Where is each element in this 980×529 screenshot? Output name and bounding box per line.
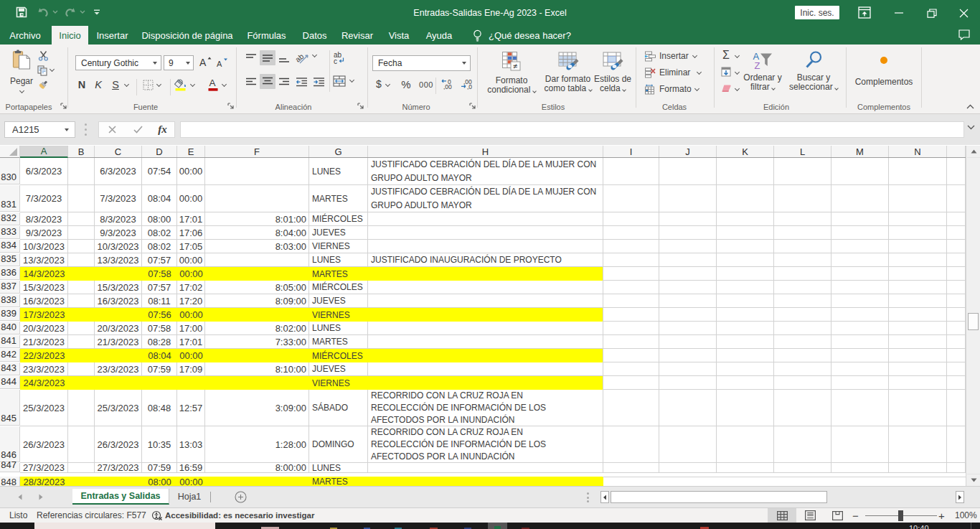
row-header-844[interactable]: 844 xyxy=(0,376,20,389)
minimize-button[interactable] xyxy=(882,0,915,26)
cell-K831[interactable] xyxy=(717,185,774,212)
cell-K835[interactable] xyxy=(717,253,774,267)
cell-O843[interactable] xyxy=(947,362,966,376)
cell-A848[interactable]: 28/3/2023 xyxy=(20,477,68,486)
cell-N840[interactable] xyxy=(889,322,947,335)
scroll-down-icon[interactable] xyxy=(967,474,980,486)
cell-M838[interactable] xyxy=(831,294,889,308)
cell-B831[interactable] xyxy=(68,185,95,212)
new-sheet-icon[interactable] xyxy=(235,491,247,503)
cell-G838[interactable]: JUEVES xyxy=(309,294,368,308)
column-header-K[interactable]: K xyxy=(717,146,774,157)
column-header-D[interactable]: D xyxy=(142,146,177,157)
format-cells-icon[interactable] xyxy=(644,84,656,94)
cell-L846[interactable] xyxy=(774,426,831,463)
cell-O847[interactable] xyxy=(947,463,966,473)
font-color-dropdown-icon[interactable] xyxy=(222,83,226,86)
row-header-834[interactable]: 834 xyxy=(0,240,20,253)
cell-J835[interactable] xyxy=(659,253,717,267)
zoom-out-icon[interactable]: − xyxy=(852,508,859,523)
cell-L831[interactable] xyxy=(774,185,831,212)
cell-N841[interactable] xyxy=(889,335,947,349)
cell-E846[interactable]: 13:03 xyxy=(177,426,205,463)
underline-button[interactable]: S xyxy=(110,78,121,91)
cell-N842[interactable] xyxy=(889,349,947,362)
cell-A845[interactable]: 25/3/2023 xyxy=(20,390,68,426)
find-select-button[interactable]: Buscar yseleccionar xyxy=(783,51,844,92)
cell-C841[interactable]: 21/3/2023 xyxy=(95,335,142,349)
cell-I841[interactable] xyxy=(603,335,659,349)
row-header-831[interactable]: 831 xyxy=(0,185,20,212)
cell-H833[interactable] xyxy=(368,226,603,240)
column-header-partial[interactable] xyxy=(947,146,966,157)
cell-B845[interactable] xyxy=(68,390,95,426)
cell-B843[interactable] xyxy=(68,362,95,376)
column-header-N[interactable]: N xyxy=(889,146,947,157)
enter-icon[interactable] xyxy=(125,126,151,134)
cell-L834[interactable] xyxy=(774,240,831,253)
cell-M834[interactable] xyxy=(831,240,889,253)
cell-F841[interactable]: 7:33:00 xyxy=(205,335,309,349)
cell-H838[interactable] xyxy=(368,294,603,308)
cell-M847[interactable] xyxy=(831,463,889,473)
cell-B840[interactable] xyxy=(68,322,95,335)
cell-L830[interactable] xyxy=(774,158,831,185)
format-cells-label[interactable]: Formato xyxy=(659,83,692,95)
clear-dropdown-icon[interactable] xyxy=(735,87,739,90)
cell-B838[interactable] xyxy=(68,294,95,308)
hscroll-left-icon[interactable] xyxy=(600,491,609,503)
cell-H842[interactable] xyxy=(368,349,603,362)
cell-B837[interactable] xyxy=(68,281,95,294)
align-top-icon[interactable] xyxy=(244,52,258,65)
ribbon-display-options-icon[interactable] xyxy=(858,6,871,19)
cell-H836[interactable] xyxy=(368,267,603,281)
cell-E838[interactable]: 17:20 xyxy=(177,294,205,308)
cell-G831[interactable]: MARTES xyxy=(309,185,368,212)
autosum-dropdown-icon[interactable] xyxy=(735,54,739,57)
tab-formulas[interactable]: Fórmulas xyxy=(243,26,290,45)
cell-D841[interactable]: 08:28 xyxy=(142,335,177,349)
zoom-in-icon[interactable]: + xyxy=(938,508,945,523)
cell-E844[interactable] xyxy=(177,376,205,390)
cell-N843[interactable] xyxy=(889,362,947,376)
cell-C838[interactable]: 16/3/2023 xyxy=(95,294,142,308)
borders-dropdown-icon[interactable] xyxy=(157,83,161,86)
vertical-scrollbar[interactable] xyxy=(966,146,980,486)
cell-F831[interactable] xyxy=(205,185,309,212)
cell-H846[interactable]: RECORRIDO CON LA CRUZ ROJA ENRECOLECCIÓN… xyxy=(368,426,603,463)
cell-K844[interactable] xyxy=(717,376,774,390)
cell-I831[interactable] xyxy=(603,185,659,212)
horizontal-scroll-thumb[interactable] xyxy=(611,491,827,503)
cell-G834[interactable]: VIERNES xyxy=(309,240,368,253)
cell-G843[interactable]: JUEVES xyxy=(309,362,368,376)
cell-O841[interactable] xyxy=(947,335,966,349)
cell-D834[interactable]: 08:02 xyxy=(142,240,177,253)
row-header-842[interactable]: 842 xyxy=(0,349,20,362)
cell-N836[interactable] xyxy=(889,267,947,281)
cell-C837[interactable]: 15/3/2023 xyxy=(95,281,142,294)
cell-K836[interactable] xyxy=(717,267,774,281)
cell-H841[interactable] xyxy=(368,335,603,349)
cell-A838[interactable]: 16/3/2023 xyxy=(20,294,68,308)
tab-revisar[interactable]: Revisar xyxy=(339,26,376,45)
cell-K832[interactable] xyxy=(717,212,774,226)
cell-L844[interactable] xyxy=(774,376,831,390)
font-dialog-launcher[interactable] xyxy=(227,103,236,111)
name-box[interactable]: A1215 xyxy=(4,121,75,138)
cell-A833[interactable]: 9/3/2023 xyxy=(20,226,68,240)
cell-G833[interactable]: JUEVES xyxy=(309,226,368,240)
cell-O844[interactable] xyxy=(947,376,966,390)
cell-K833[interactable] xyxy=(717,226,774,240)
tab-insertar[interactable]: Insertar xyxy=(93,26,132,45)
cell-J841[interactable] xyxy=(659,335,717,349)
sheet-nav-left-icon[interactable] xyxy=(17,494,23,500)
tabbar-splitter[interactable] xyxy=(586,492,590,502)
row-header-830[interactable]: 830 xyxy=(0,158,20,184)
cell-F834[interactable]: 8:03:00 xyxy=(205,240,309,253)
clear-icon[interactable] xyxy=(720,83,732,93)
hscroll-right-icon[interactable] xyxy=(956,491,964,503)
cell-A834[interactable]: 10/3/2023 xyxy=(20,240,68,253)
cell-O848[interactable] xyxy=(947,477,966,477)
cell-I835[interactable] xyxy=(603,253,659,267)
cell-M842[interactable] xyxy=(831,349,889,362)
